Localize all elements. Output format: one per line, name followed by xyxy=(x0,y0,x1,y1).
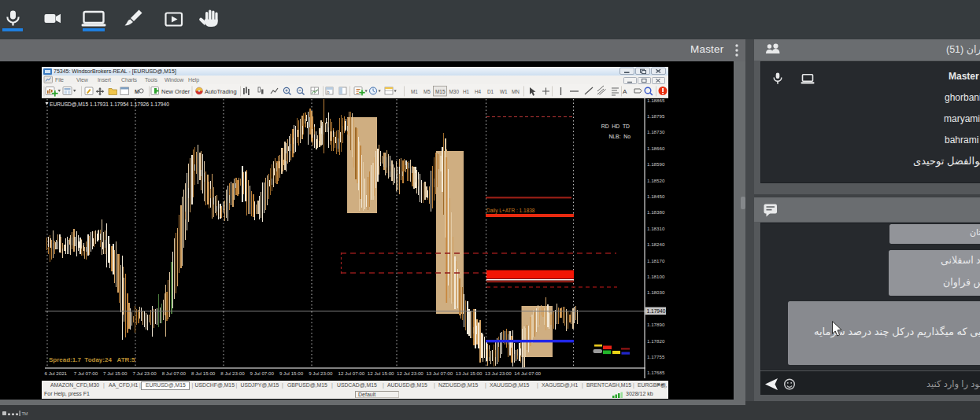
svg-text:8 Jul 07:00: 8 Jul 07:00 xyxy=(162,370,187,376)
svg-text:9 Jul 23:00: 9 Jul 23:00 xyxy=(309,370,333,376)
svg-text:7 Jul 07:00: 7 Jul 07:00 xyxy=(74,370,98,376)
svg-text:M30: M30 xyxy=(449,89,460,94)
svg-text:New Order: New Order xyxy=(161,88,190,95)
svg-text:13 Jul 07:00: 13 Jul 07:00 xyxy=(426,370,453,376)
svg-text:NLB: No: NLB: No xyxy=(608,134,631,139)
svg-text:9 Jul 15:00: 9 Jul 15:00 xyxy=(279,370,304,376)
svg-text:Spread:1.7 Today:24 ATR:5: Spread:1.7 Today:24 ATR:5 xyxy=(49,356,135,363)
svg-text:M15: M15 xyxy=(435,89,446,94)
svg-text:1.18100: 1.18100 xyxy=(647,274,665,279)
svg-text:14 Jul 07:00: 14 Jul 07:00 xyxy=(514,370,541,376)
svg-text:1.18450: 1.18450 xyxy=(647,193,665,199)
svg-text:A: A xyxy=(623,88,627,95)
svg-text:1.17755: 1.17755 xyxy=(647,354,665,359)
svg-text:1.17820: 1.17820 xyxy=(647,338,665,344)
svg-text:12 Jul 07:00: 12 Jul 07:00 xyxy=(338,370,365,376)
svg-text:M: M xyxy=(135,89,139,94)
svg-text:H1: H1 xyxy=(463,89,470,94)
svg-text:1.18030: 1.18030 xyxy=(647,289,665,295)
svg-text:W1: W1 xyxy=(500,89,508,94)
svg-text:EURUSD@,M15 1.17931 1.17954 1: EURUSD@,M15 1.17931 1.17954 1.17926 1.17… xyxy=(50,101,169,107)
svg-text:TM: TM xyxy=(22,411,28,416)
svg-text:12 Jul 23:00: 12 Jul 23:00 xyxy=(397,370,423,376)
svg-text:1.18380: 1.18380 xyxy=(647,209,665,215)
svg-text:8 Jul 15:00: 8 Jul 15:00 xyxy=(191,370,216,376)
svg-text:RD HD TD: RD HD TD xyxy=(601,123,630,129)
svg-text:13 Jul 23:00: 13 Jul 23:00 xyxy=(485,370,512,376)
svg-text:1.18730: 1.18730 xyxy=(647,129,665,134)
svg-text:M5: M5 xyxy=(423,89,431,94)
svg-text:1.18310: 1.18310 xyxy=(647,226,665,231)
svg-text:1.18240: 1.18240 xyxy=(647,241,665,247)
svg-text:Daily L+ATR : 1.1838: Daily L+ATR : 1.1838 xyxy=(486,208,535,214)
svg-text:12 Jul 15:00: 12 Jul 15:00 xyxy=(368,370,394,376)
svg-text:b: b xyxy=(327,90,330,94)
svg-text:1.17940: 1.17940 xyxy=(647,308,666,314)
svg-text:M1: M1 xyxy=(411,89,418,94)
svg-text:1.17685: 1.17685 xyxy=(647,370,665,375)
svg-text:1.18170: 1.18170 xyxy=(647,258,665,263)
svg-text:7 Jul 15:00: 7 Jul 15:00 xyxy=(103,370,128,376)
svg-text:6 Jul 2021: 6 Jul 2021 xyxy=(45,370,68,376)
svg-text:1.17890: 1.17890 xyxy=(647,322,665,327)
svg-text:1.18660: 1.18660 xyxy=(647,146,665,151)
svg-text:13 Jul 15:00: 13 Jul 15:00 xyxy=(456,370,483,376)
svg-text:D1: D1 xyxy=(487,89,494,94)
svg-text:8 Jul 23:00: 8 Jul 23:00 xyxy=(220,370,245,376)
svg-text:1.18795: 1.18795 xyxy=(647,113,665,119)
svg-text:9 Jul 07:00: 9 Jul 07:00 xyxy=(250,370,275,376)
svg-text:1.18590: 1.18590 xyxy=(647,161,665,167)
svg-text:AutoTrading: AutoTrading xyxy=(205,88,237,95)
svg-text:1.18520: 1.18520 xyxy=(647,178,665,183)
svg-text:MN: MN xyxy=(512,89,520,94)
svg-text:1.18865: 1.18865 xyxy=(647,98,665,103)
svg-text:7 Jul 23:00: 7 Jul 23:00 xyxy=(132,370,157,376)
svg-text:H4: H4 xyxy=(475,89,482,94)
